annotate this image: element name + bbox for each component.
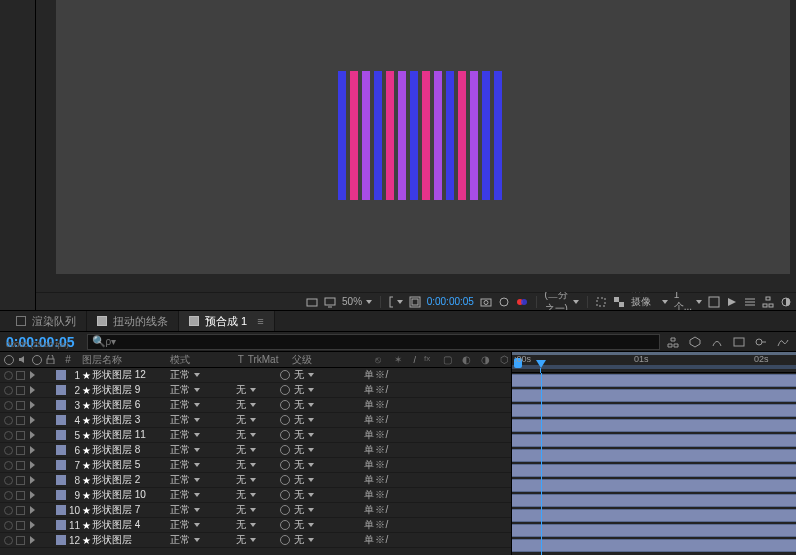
expand-toggle-icon[interactable] [30,536,35,544]
layer-av-switches[interactable] [0,521,56,530]
layer-index[interactable]: 6 [56,445,80,456]
pickwhip-icon[interactable] [280,460,290,470]
project-panel[interactable] [0,0,36,310]
parent-column-header[interactable]: 父级 [292,353,372,367]
parent-link[interactable]: 无 [280,473,360,487]
label-color[interactable] [56,430,66,440]
layer-name[interactable]: 形状图层 [92,533,170,547]
layername-column-header[interactable]: 图层名称 [80,353,170,367]
blend-mode[interactable]: 正常 [170,428,222,442]
parent-link[interactable]: 无 [280,518,360,532]
layer-row[interactable]: 1★形状图层 12正常无单 ※ / [0,368,511,383]
blend-mode[interactable]: 正常 [170,443,222,457]
video-toggle[interactable] [4,371,13,380]
layer-switches[interactable]: 单 ※ / [360,443,511,457]
layer-duration-bar[interactable] [512,539,796,552]
label-color[interactable] [56,400,66,410]
switches-column-header[interactable]: ⎋ ✶ / fx ▢ ◐ ◑ ⬡ [371,354,511,365]
track-matte[interactable]: 无 [236,533,280,547]
track-matte[interactable]: 无 [236,473,280,487]
preview-viewport[interactable] [36,0,796,292]
layer-switches[interactable]: 单 ※ / [360,368,511,382]
video-toggle[interactable] [4,431,13,440]
layer-name[interactable]: 形状图层 4 [92,518,170,532]
pickwhip-icon[interactable] [280,385,290,395]
label-color[interactable] [56,490,66,500]
blend-mode[interactable]: 正常 [170,368,222,382]
solo-toggle[interactable] [16,371,25,380]
t-column-header[interactable]: T [234,354,248,365]
solo-toggle[interactable] [16,476,25,485]
time-tracks[interactable] [512,373,796,555]
label-color[interactable] [56,445,66,455]
layer-av-switches[interactable] [0,506,56,515]
expand-toggle-icon[interactable] [30,521,35,529]
magnify-ratio-icon[interactable] [306,295,318,309]
expand-toggle-icon[interactable] [30,476,35,484]
parent-link[interactable]: 无 [280,398,360,412]
layer-av-switches[interactable] [0,386,56,395]
parent-link[interactable]: 无 [280,383,360,397]
solo-toggle[interactable] [16,461,25,470]
expand-toggle-icon[interactable] [30,491,35,499]
layer-name[interactable]: 形状图层 9 [92,383,170,397]
pickwhip-icon[interactable] [280,505,290,515]
track-matte[interactable]: 无 [236,413,280,427]
layer-name[interactable]: 形状图层 8 [92,443,170,457]
blend-mode[interactable]: 正常 [170,488,222,502]
layer-name[interactable]: 形状图层 10 [92,488,170,502]
layer-index[interactable]: 10 [56,505,80,516]
label-color[interactable] [56,535,66,545]
draft-3d-icon[interactable] [688,335,702,349]
layer-duration-bar[interactable] [512,419,796,432]
graph-editor-icon[interactable] [776,335,790,349]
layer-av-switches[interactable] [0,371,56,380]
parent-link[interactable]: 无 [280,503,360,517]
label-color[interactable] [56,385,66,395]
playhead[interactable] [536,360,546,368]
snapshot-icon[interactable] [480,295,492,309]
layer-row[interactable]: 12★形状图层正常无无单 ※ / [0,533,511,548]
video-toggle[interactable] [4,386,13,395]
work-range[interactable] [512,365,796,369]
video-column-icon[interactable] [4,355,14,365]
lock-column-icon[interactable] [46,355,56,365]
audio-column-icon[interactable] [18,355,28,365]
tab-menu-icon[interactable] [253,315,263,327]
blend-mode[interactable]: 正常 [170,473,222,487]
layer-av-switches[interactable] [0,491,56,500]
label-color[interactable] [56,505,66,515]
flowchart-icon[interactable] [762,295,774,309]
time-ruler[interactable]: :00s01s02s [512,352,796,373]
av-switches-header[interactable] [0,355,56,365]
trkmat-column-header[interactable]: TrkMat [248,354,292,365]
blend-mode[interactable]: 正常 [170,518,222,532]
video-toggle[interactable] [4,521,13,530]
grid-options-icon[interactable] [389,295,403,309]
layer-name[interactable]: 形状图层 12 [92,368,170,382]
frame-blend-icon[interactable] [732,335,746,349]
track-matte[interactable]: 无 [236,503,280,517]
solo-toggle[interactable] [16,401,25,410]
layer-row[interactable]: 9★形状图层 10正常无无单 ※ / [0,488,511,503]
pickwhip-icon[interactable] [280,430,290,440]
pickwhip-icon[interactable] [280,400,290,410]
track-matte[interactable]: 无 [236,518,280,532]
layer-switches[interactable]: 单 ※ / [360,488,511,502]
parent-link[interactable]: 无 [280,368,360,382]
layer-switches[interactable]: 单 ※ / [360,428,511,442]
zoom-dropdown[interactable]: 50% [342,296,372,307]
track-matte[interactable]: 无 [236,428,280,442]
layer-row[interactable]: 6★形状图层 8正常无无单 ※ / [0,443,511,458]
layer-av-switches[interactable] [0,431,56,440]
layer-duration-bar[interactable] [512,524,796,537]
solo-column-icon[interactable] [32,355,42,365]
blend-mode[interactable]: 正常 [170,503,222,517]
pickwhip-icon[interactable] [280,445,290,455]
composition-canvas[interactable] [56,0,790,274]
pixel-aspect-icon[interactable] [708,295,720,309]
expand-toggle-icon[interactable] [30,431,35,439]
layer-index[interactable]: 3 [56,400,80,411]
parent-link[interactable]: 无 [280,428,360,442]
shy-toggle-icon[interactable] [710,335,724,349]
